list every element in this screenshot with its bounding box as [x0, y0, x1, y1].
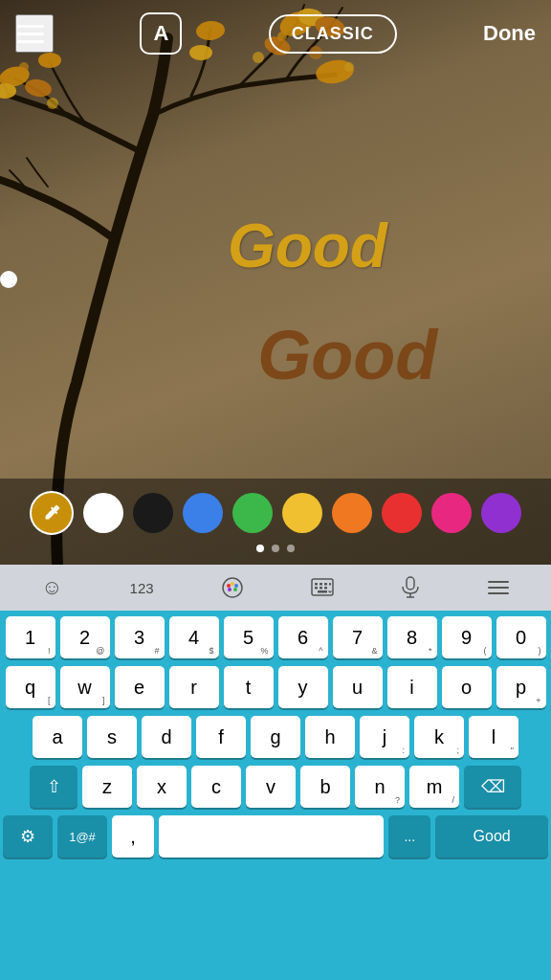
key-5[interactable]: 5%	[224, 616, 274, 658]
color-blue[interactable]	[183, 493, 223, 533]
svg-rect-32	[407, 577, 414, 590]
key-2[interactable]: 2@	[60, 616, 110, 658]
key-r[interactable]: r	[169, 666, 219, 708]
key-c[interactable]: c	[191, 766, 241, 808]
spacebar-key[interactable]	[159, 815, 384, 858]
hamburger-menu-button[interactable]	[15, 14, 54, 53]
mic-toolbar-button[interactable]	[391, 572, 430, 603]
hamburger-line	[17, 25, 44, 28]
key-4[interactable]: 4$	[169, 616, 219, 658]
numbers-toolbar-button[interactable]: 123	[121, 576, 164, 600]
page-dot-2	[272, 545, 279, 552]
svg-point-18	[227, 584, 231, 588]
canvas-area: A CLASSIC Done Good Good	[0, 0, 551, 565]
key-a[interactable]: a	[33, 716, 82, 758]
svg-rect-27	[329, 583, 331, 586]
return-key[interactable]: Good	[435, 815, 548, 858]
key-k[interactable]: k;	[414, 716, 464, 758]
color-yellow[interactable]	[282, 493, 322, 533]
key-j[interactable]: j:	[360, 716, 409, 758]
color-purple[interactable]	[481, 493, 521, 533]
color-dots-row	[30, 491, 521, 535]
key-6[interactable]: 6^	[278, 616, 328, 658]
key-o[interactable]: o	[442, 666, 492, 708]
key-p[interactable]: p+	[496, 666, 546, 708]
color-black[interactable]	[133, 493, 173, 533]
eyedropper-tool[interactable]	[30, 491, 74, 535]
key-7[interactable]: 7&	[333, 616, 383, 658]
color-green[interactable]	[232, 493, 273, 533]
keyboard-toolbar-button[interactable]	[301, 574, 343, 601]
font-style-label: A	[153, 21, 168, 46]
key-ellipsis[interactable]: ...	[388, 815, 430, 858]
key-v[interactable]: v	[246, 766, 296, 808]
key-w[interactable]: w]	[60, 666, 110, 708]
switch-key[interactable]: 1@#	[57, 815, 107, 858]
keyboard-area: ☺ 123	[0, 565, 551, 980]
key-l[interactable]: l"	[469, 716, 518, 758]
color-red[interactable]	[382, 493, 422, 533]
key-0[interactable]: 0)	[496, 616, 546, 658]
palette-section	[0, 479, 551, 565]
keyboard-icon	[311, 578, 334, 597]
key-comma[interactable]: ,	[112, 815, 154, 858]
settings-key[interactable]: ⚙	[3, 815, 53, 858]
classic-label: CLASSIC	[292, 24, 374, 43]
asdf-row: a s d f g h j: k; l"	[3, 716, 548, 758]
hamburger-line	[17, 40, 44, 43]
page-dot-1	[256, 545, 264, 552]
key-x[interactable]: x	[137, 766, 187, 808]
top-toolbar: A CLASSIC Done	[0, 0, 551, 67]
key-b[interactable]: b	[300, 766, 350, 808]
delete-key[interactable]: ⌫	[464, 766, 521, 808]
svg-point-21	[233, 588, 237, 591]
key-e[interactable]: e	[115, 666, 165, 708]
key-3[interactable]: 3#	[115, 616, 165, 658]
key-i[interactable]: i	[387, 666, 437, 708]
key-n[interactable]: n?	[355, 766, 405, 808]
key-s[interactable]: s	[87, 716, 137, 758]
color-white[interactable]	[83, 493, 123, 533]
keyboard-toolbar: ☺ 123	[0, 565, 551, 611]
shift-key[interactable]: ⇧	[30, 766, 77, 808]
key-f[interactable]: f	[196, 716, 246, 758]
key-m[interactable]: m/	[409, 766, 459, 808]
key-u[interactable]: u	[333, 666, 383, 708]
hamburger-line	[17, 33, 44, 35]
menu-icon	[487, 578, 510, 597]
number-row: 1! 2@ 3# 4$ 5% 6^ 7& 8* 9( 0)	[3, 616, 548, 658]
zxcv-row: ⇧ z x c v b n? m/ ⌫	[3, 766, 548, 808]
key-9[interactable]: 9(	[442, 616, 492, 658]
svg-rect-26	[324, 583, 327, 586]
svg-point-16	[47, 98, 58, 109]
key-t[interactable]: t	[224, 666, 274, 708]
color-pink[interactable]	[431, 493, 472, 533]
key-z[interactable]: z	[82, 766, 132, 808]
key-1[interactable]: 1!	[6, 616, 55, 658]
canvas-text-yellow[interactable]: Good	[228, 211, 387, 281]
svg-rect-28	[315, 587, 318, 590]
palette-toolbar-button[interactable]	[211, 572, 253, 603]
font-style-button[interactable]: A	[140, 12, 182, 55]
key-y[interactable]: y	[278, 666, 328, 708]
key-h[interactable]: h	[305, 716, 355, 758]
numbers-label: 123	[130, 580, 154, 596]
eyedropper-icon	[41, 502, 62, 523]
key-d[interactable]: d	[142, 716, 191, 758]
emoji-icon: ☺	[41, 575, 62, 600]
key-g[interactable]: g	[251, 716, 300, 758]
emoji-toolbar-button[interactable]: ☺	[32, 571, 72, 604]
svg-point-22	[228, 588, 231, 591]
done-button[interactable]: Done	[483, 21, 536, 46]
key-q[interactable]: q[	[6, 666, 55, 708]
color-orange[interactable]	[332, 493, 372, 533]
svg-rect-30	[324, 587, 327, 590]
palette-icon	[221, 576, 244, 599]
mic-icon	[401, 576, 420, 599]
menu-toolbar-button[interactable]	[477, 574, 519, 601]
classic-style-button[interactable]: CLASSIC	[269, 14, 397, 54]
canvas-text-brown[interactable]: Good	[257, 316, 437, 394]
svg-rect-31	[318, 590, 327, 593]
key-8[interactable]: 8*	[387, 616, 437, 658]
svg-point-20	[234, 584, 238, 588]
